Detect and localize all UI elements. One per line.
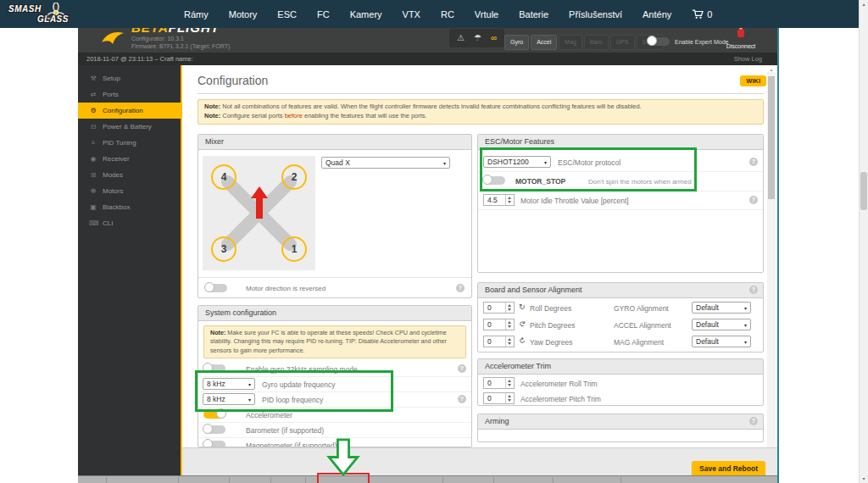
- motor-stop-toggle[interactable]: [483, 176, 505, 185]
- nav-item-ramy[interactable]: Rámy: [174, 9, 219, 19]
- shop-logo[interactable]: SMASH GLASS: [8, 2, 102, 27]
- motor-direction-toggle[interactable]: [205, 284, 227, 292]
- stepper-icon[interactable]: [505, 336, 514, 347]
- pitch-icon: ↻: [518, 320, 526, 327]
- sensor-mag[interactable]: Mag: [559, 35, 582, 50]
- content-scrollbar-thumb[interactable]: [768, 76, 775, 199]
- sidebar-item-blackbox[interactable]: ▣Blackbox: [78, 199, 181, 215]
- motor-idle-input[interactable]: 4.5: [483, 194, 515, 206]
- pid-frequency-select[interactable]: 8 kHz ▾: [203, 393, 255, 405]
- nav-item-prislusenstvi[interactable]: Příslušenství: [559, 9, 632, 19]
- roll-degrees-input[interactable]: 0: [483, 302, 515, 314]
- sidebar-item-power-battery[interactable]: ⊟Power & Battery: [78, 119, 181, 135]
- log-entry: 2018-11-07 @ 23:11:13 – Craft name:: [86, 55, 193, 63]
- sidebar-item-receiver[interactable]: ◉Receiver: [78, 151, 181, 167]
- magnetometer-toggle[interactable]: [203, 441, 225, 447]
- barometer-toggle[interactable]: [203, 425, 225, 434]
- help-icon[interactable]: ?: [458, 364, 466, 373]
- nav-item-baterie[interactable]: Baterie: [509, 9, 559, 19]
- status-divider: [178, 477, 179, 483]
- roll-degrees-value: 0: [484, 303, 505, 313]
- header-status-icons: ⚠ ☂ ∞: [449, 29, 504, 47]
- stepper-icon[interactable]: [505, 303, 514, 313]
- barometer-row: Barometer (if supported): [198, 422, 471, 438]
- stepper-icon[interactable]: [505, 319, 514, 330]
- scrollbar-thumb[interactable]: [860, 172, 867, 210]
- sidebar-item-configuration[interactable]: ⚙Configuration: [78, 103, 181, 119]
- content-scrollbar[interactable]: ▴ ▾: [767, 72, 776, 470]
- page-title: Configuration: [198, 74, 268, 87]
- warning-icon[interactable]: ⚠: [457, 29, 465, 47]
- sidebar-item-ports[interactable]: ⇄Ports: [78, 86, 181, 103]
- nav-item-kamery[interactable]: Kamery: [340, 9, 392, 19]
- status-divider: [229, 477, 230, 483]
- stepper-icon[interactable]: [505, 378, 514, 388]
- accelerometer-toggle[interactable]: [203, 410, 225, 419]
- gyro-frequency-select[interactable]: 8 kHz ▾: [203, 378, 255, 390]
- scroll-up-icon[interactable]: ▴: [860, 0, 868, 8]
- motor-3: 3: [211, 236, 236, 262]
- stepper-icon[interactable]: [505, 393, 514, 403]
- esc-protocol-select[interactable]: DSHOT1200 ▾: [483, 156, 551, 168]
- help-icon[interactable]: ?: [749, 417, 758, 425]
- gyro-32khz-toggle[interactable]: [203, 364, 225, 373]
- yaw-icon: ↻: [517, 336, 527, 346]
- yaw-degrees-input[interactable]: 0: [483, 336, 515, 347]
- pitch-alignment-row: 0 ↻ Pitch Degrees ACCEL Alignment Defaul…: [478, 317, 763, 333]
- forward-arrow-icon: [251, 186, 268, 219]
- expert-mode-toggle[interactable]: [648, 37, 670, 46]
- help-icon[interactable]: ?: [456, 284, 465, 292]
- nav-item-motory[interactable]: Motory: [219, 9, 268, 19]
- pitch-trim-row: 0 Accelerometer Pitch Trim: [478, 391, 763, 406]
- roll-icon: ↻: [519, 303, 526, 311]
- help-icon[interactable]: ?: [749, 286, 758, 294]
- top-note: Note: Not all combinations of features a…: [198, 99, 764, 125]
- pitch-degrees-input[interactable]: 0: [483, 319, 515, 330]
- highlight-green-arrow: [325, 438, 362, 476]
- sidebar-item-pid-tuning[interactable]: ≡PID Tuning: [78, 135, 181, 151]
- nav-item-esc[interactable]: ESC: [267, 9, 307, 19]
- show-log-button[interactable]: Show Log: [734, 53, 762, 65]
- bf-sidebar: ⚒Setup ⇄Ports ⚙Configuration ⊟Power & Ba…: [78, 65, 182, 476]
- mag-alignment-select[interactable]: Default▾: [692, 336, 751, 347]
- save-and-reboot-button[interactable]: Save and Reboot: [692, 461, 765, 476]
- sidebar-item-cli[interactable]: ⌨CLI: [78, 215, 181, 231]
- pitch-trim-input[interactable]: 0: [483, 392, 515, 404]
- mixer-type-select[interactable]: Quad X ▾: [321, 157, 450, 169]
- help-icon[interactable]: ?: [749, 196, 758, 204]
- sensor-accel[interactable]: Accel: [531, 35, 557, 50]
- sensor-gps[interactable]: GPS: [610, 35, 635, 50]
- shop-logo-text-bottom: GLASS: [37, 14, 69, 24]
- alignment-card-header: Board and Sensor Alignment?: [478, 283, 763, 298]
- sensor-gyro[interactable]: Gyro: [504, 35, 529, 50]
- sensor-baro[interactable]: Baro: [584, 35, 609, 50]
- gyro-alignment-select[interactable]: Default▾: [692, 302, 751, 314]
- nav-item-anteny[interactable]: Antény: [632, 9, 682, 19]
- nav-item-vtx[interactable]: VTX: [392, 9, 431, 19]
- nav-item-vrtule[interactable]: Vrtule: [465, 9, 509, 19]
- accel-alignment-select[interactable]: Default▾: [692, 319, 751, 330]
- link-icon[interactable]: ∞: [491, 29, 497, 47]
- bf-content: Configuration WIKI Note: Not all combina…: [182, 65, 777, 476]
- sidebar-item-modes[interactable]: ⊞Modes: [78, 167, 181, 183]
- scroll-down-icon[interactable]: ▾: [860, 475, 868, 483]
- help-icon[interactable]: ?: [749, 158, 758, 166]
- stepper-icon[interactable]: [505, 195, 514, 205]
- motor-1: 1: [281, 236, 307, 262]
- failsafe-parachute-icon[interactable]: ☂: [474, 29, 481, 47]
- roll-trim-input[interactable]: 0: [483, 377, 515, 389]
- gyro-frequency-value: 8 kHz: [207, 380, 225, 388]
- status-divider: [106, 477, 107, 483]
- disconnect-button[interactable]: Disconnect: [721, 26, 761, 49]
- firmware-version: Firmware: BTFL 3.2.1 (Target: FORT): [131, 43, 230, 49]
- motor-2: 2: [281, 164, 307, 190]
- nav-item-fc[interactable]: FC: [307, 9, 340, 19]
- help-icon[interactable]: ?: [458, 395, 466, 403]
- cart-button[interactable]: 0: [682, 9, 722, 19]
- sidebar-item-motors[interactable]: ☸Motors: [78, 183, 181, 199]
- nav-item-rc[interactable]: RC: [431, 9, 465, 19]
- scroll-up-icon[interactable]: ▴: [767, 67, 776, 72]
- browser-scrollbar[interactable]: ▴ ▾: [859, 0, 868, 483]
- wiki-button[interactable]: WIKI: [740, 75, 766, 86]
- sidebar-item-setup[interactable]: ⚒Setup: [78, 70, 181, 86]
